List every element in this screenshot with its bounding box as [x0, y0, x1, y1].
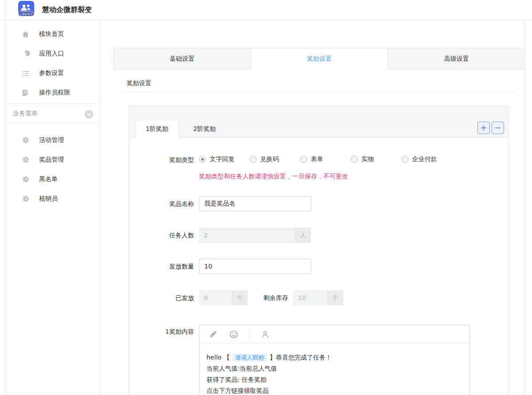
remove-tier-button[interactable]: − [492, 122, 504, 134]
prize-name-label: 奖品名称 [150, 200, 194, 208]
radio-label: 兑换码 [260, 155, 279, 163]
message-line-4: 点击下方链接领取奖品 [206, 385, 462, 395]
radio-icon [300, 156, 307, 163]
reward-type-warning: 奖励类型和任务人数请谨慎设置，一旦保存，不可更改 [199, 173, 348, 181]
task-count-value: 2 [199, 228, 295, 243]
sidebar-item-label: 黑名单 [39, 175, 58, 183]
panel-title: 奖励设置 [127, 79, 515, 87]
sidebar-item-verifier[interactable]: 核销员 [6, 189, 99, 209]
sidebar-item-module-home[interactable]: 模块首页 [6, 24, 99, 44]
issued-value: 0 [199, 290, 232, 305]
radio-corporate-payment[interactable]: 企业付款 [401, 155, 452, 163]
radio-physical-item[interactable]: 实物 [351, 155, 401, 163]
radio-icon [351, 156, 358, 163]
sidebar-border [99, 20, 100, 395]
sidebar-item-operator-permissions[interactable]: 操作员权限 [6, 83, 99, 103]
home-icon [21, 30, 30, 39]
content-right-border [525, 20, 525, 395]
editor-toolbar [199, 325, 469, 344]
reward-type-radio-group: 文字回复 兑换码 表单 实物 企业付款 [199, 155, 452, 163]
inviter-nickname-tag[interactable]: 邀请人昵称 [233, 354, 267, 361]
radio-icon [199, 156, 206, 163]
link-icon[interactable] [208, 329, 218, 339]
sidebar-item-label: 参数设置 [39, 69, 64, 77]
prize-name-input[interactable] [199, 196, 311, 211]
radio-label: 企业付款 [412, 155, 437, 163]
gear-icon [21, 156, 30, 164]
reward-tier-tab-bar: 1阶奖励 2阶奖励 + − [129, 106, 508, 138]
sidebar-item-parameter-settings[interactable]: 参数设置 [6, 63, 99, 83]
tab-advanced-settings[interactable]: 高级设置 [388, 48, 525, 70]
gear-icon [21, 195, 30, 203]
chat-icon [21, 50, 30, 58]
task-count-unit: 人 [295, 228, 311, 243]
stock-label: 剩余库存 [244, 294, 288, 302]
emoji-icon[interactable] [229, 329, 238, 339]
task-count-label: 任务人数 [150, 232, 194, 240]
issue-total-label: 发放数量 [150, 263, 194, 271]
reward-content-label: 1奖励内容 [150, 328, 194, 336]
radio-icon [401, 156, 409, 163]
document-icon [21, 89, 30, 97]
list-icon [21, 69, 30, 78]
radio-label: 实物 [361, 155, 374, 163]
stock-value: 10 [293, 290, 327, 305]
sidebar-item-label: 活动管理 [39, 136, 64, 144]
gear-icon [21, 136, 30, 145]
chevron-down-icon[interactable] [84, 110, 94, 119]
app-window: 企微群裂变 慧动企微群裂变 模块首页 应用入口 参数设置 操作员权限 业务菜单 [0, 0, 532, 395]
editor-content[interactable]: hello 【 邀请人昵称 】恭喜您完成了任务！ 当前人气值:当前总人气值 获得… [199, 344, 469, 395]
toolbar-divider [249, 329, 250, 339]
message-text: 】恭喜您完成了任务！ [268, 354, 332, 361]
radio-label: 文字回复 [210, 155, 234, 163]
sidebar-item-label: 奖品管理 [39, 156, 64, 164]
sidebar-item-label: 模块首页 [39, 30, 64, 38]
sidebar-item-app-entry[interactable]: 应用入口 [6, 44, 99, 63]
task-count-input-disabled: 2 人 [199, 228, 311, 243]
issued-label: 已发放 [150, 294, 194, 302]
reward-type-label: 奖励类型 [150, 156, 194, 164]
message-line-2: 当前人气值:当前总人气值 [206, 363, 462, 374]
tab-reward-settings[interactable]: 奖励设置 [251, 48, 388, 70]
sidebar-item-activity-management[interactable]: 活动管理 [6, 130, 99, 150]
person-icon[interactable] [260, 329, 270, 339]
sidebar-item-blacklist[interactable]: 黑名单 [6, 170, 99, 189]
sidebar-item-prize-management[interactable]: 奖品管理 [6, 150, 99, 170]
sidebar-item-label: 应用入口 [39, 50, 64, 58]
settings-tab-bar: 基础设置 奖励设置 高级设置 [113, 48, 525, 70]
add-tier-button[interactable]: + [477, 122, 490, 134]
radio-form[interactable]: 表单 [300, 155, 351, 163]
radio-icon [250, 156, 257, 163]
gear-icon [21, 175, 30, 184]
tab-basic-settings[interactable]: 基础设置 [113, 48, 251, 70]
app-title: 慧动企微群裂变 [42, 5, 92, 15]
issue-total-input[interactable] [199, 259, 311, 274]
radio-label: 表单 [311, 155, 323, 163]
stock-input-disabled: 10 个 [293, 290, 343, 305]
tab-tier-1-reward[interactable]: 1阶奖励 [135, 120, 179, 138]
radio-redeem-code[interactable]: 兑换码 [250, 155, 300, 163]
panel-header: 奖励设置 [122, 73, 515, 92]
sidebar-item-label: 操作员权限 [39, 89, 70, 97]
message-text: hello 【 [206, 354, 232, 361]
reward-content-editor: hello 【 邀请人昵称 】恭喜您完成了任务！ 当前人气值:当前总人气值 获得… [199, 325, 470, 395]
issued-input-disabled: 0 个 [199, 290, 248, 305]
message-line-3: 获得了奖品: 任务奖励 [206, 374, 462, 385]
logo-badge: 企微群裂变 [18, 12, 34, 16]
stock-unit: 个 [327, 290, 343, 305]
section-label: 业务菜单 [13, 110, 38, 118]
tab-tier-2-reward[interactable]: 2阶奖励 [179, 120, 230, 137]
radio-text-reply[interactable]: 文字回复 [199, 155, 250, 163]
message-line-1: hello 【 邀请人昵称 】恭喜您完成了任务！ [206, 352, 462, 363]
sidebar-item-label: 核销员 [39, 195, 58, 203]
